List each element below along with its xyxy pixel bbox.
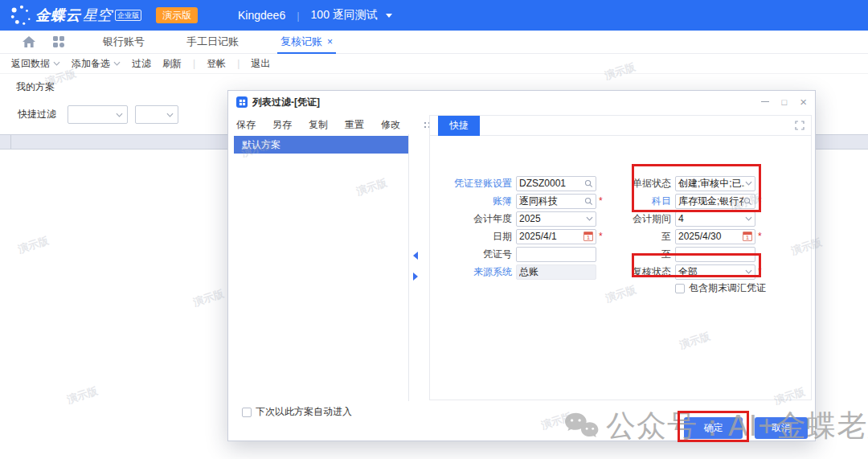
chevron-down-icon[interactable]: [745, 269, 752, 274]
menu-refresh[interactable]: 刷新: [162, 57, 182, 71]
tab-bank-account[interactable]: 银行账号: [100, 31, 148, 54]
quick-filter-row: 快捷过滤: [18, 105, 178, 124]
document-status-select[interactable]: 创建;审核中;已...: [675, 176, 755, 191]
quick-filter-select-2[interactable]: [135, 105, 178, 124]
field-value: DZSZ0001: [519, 178, 584, 189]
save-as-button[interactable]: 另存: [272, 118, 292, 132]
modify-button[interactable]: 修改: [381, 118, 400, 132]
checkbox-icon[interactable]: [242, 408, 252, 417]
chevron-down-icon[interactable]: [586, 216, 593, 221]
demo-watermark: 演示版: [191, 286, 226, 309]
chevron-down-icon[interactable]: [745, 216, 752, 221]
tab-quick-filter[interactable]: 快捷: [438, 116, 480, 136]
quick-filter-label: 快捷过滤: [18, 108, 56, 121]
form-row: 至: [595, 246, 804, 262]
app-grid-icon[interactable]: [53, 36, 64, 47]
brand-edition-badge: 企业版: [115, 10, 141, 21]
minimize-icon[interactable]: [761, 101, 769, 103]
search-icon[interactable]: [743, 197, 752, 206]
voucher-posting-setting-field[interactable]: DZSZ0001: [516, 176, 596, 191]
save-button[interactable]: 保存: [236, 118, 256, 132]
form-row: 凭证登账设置 DZSZ0001: [430, 175, 615, 191]
date-to-field[interactable]: 2025/4/30: [675, 229, 755, 244]
menu-label: 添加备选: [72, 57, 110, 71]
required-asterisk: *: [758, 195, 762, 207]
tab-manual-journal[interactable]: 手工日记账: [183, 31, 242, 54]
tab-label: 银行账号: [103, 35, 145, 47]
auto-enter-checkbox-row[interactable]: 下次以此方案自动进入: [242, 405, 352, 419]
menu-post[interactable]: 登帐: [207, 57, 226, 71]
voucher-no-field[interactable]: [516, 247, 596, 262]
account-subject-field[interactable]: 库存现金;银行存款: [675, 194, 755, 209]
menu-add-candidate[interactable]: 添加备选: [72, 57, 121, 71]
demo-version-badge[interactable]: 演示版: [156, 7, 198, 23]
tab-label: 手工日记账: [186, 35, 239, 47]
copy-button[interactable]: 复制: [309, 118, 328, 132]
account-book-field[interactable]: 逐同科技: [516, 194, 596, 209]
form-row: 科目 库存现金;银行存款 *: [595, 193, 804, 209]
close-icon[interactable]: ×: [800, 97, 807, 107]
field-value: 2025/4/1: [519, 231, 583, 242]
maximize-icon[interactable]: □: [782, 97, 788, 107]
search-icon[interactable]: [584, 179, 593, 188]
voucher-posting-setting-label[interactable]: 凭证登账设置: [430, 177, 516, 191]
field-value: 总账: [519, 265, 593, 279]
menu-label: 刷新: [162, 57, 182, 71]
include-revaluation-checkbox-row[interactable]: 包含期末调汇凭证: [675, 281, 766, 295]
chevron-down-icon: [113, 61, 121, 66]
account-book-label[interactable]: 账簿: [430, 195, 516, 208]
plan-item-default[interactable]: 默认方案: [234, 136, 408, 154]
splitter-collapse-left-icon[interactable]: [413, 252, 418, 260]
expand-fullscreen-icon[interactable]: [795, 121, 805, 130]
menu-label: 返回数据: [11, 57, 50, 71]
form-row: 账簿 逐同科技 *: [430, 193, 615, 209]
calendar-icon[interactable]: [583, 232, 593, 241]
home-icon[interactable]: [23, 36, 35, 47]
brand-main: 金蝶云: [35, 6, 81, 25]
accounting-period-select[interactable]: 4: [675, 211, 755, 227]
fiscal-year-select[interactable]: 2025: [516, 211, 596, 227]
ok-button[interactable]: 确定: [684, 417, 743, 439]
dialog-toolbar: 保存 另存 复制 重置 修改: [236, 115, 448, 134]
dialog-titlebar[interactable]: 列表过滤-[凭证] □ ×: [228, 91, 815, 113]
search-icon[interactable]: [584, 197, 593, 206]
menu-exit[interactable]: 退出: [251, 57, 270, 71]
tab-close-icon[interactable]: ×: [327, 36, 333, 47]
source-system-label[interactable]: 来源系统: [430, 265, 516, 279]
quick-filter-select-1[interactable]: [68, 105, 128, 124]
field-value: 逐同科技: [519, 195, 584, 208]
reset-button[interactable]: 重置: [345, 118, 364, 132]
menu-filter[interactable]: 过滤: [132, 57, 151, 71]
date-from-field[interactable]: 2025/4/1: [516, 229, 596, 244]
tab-review-posting[interactable]: 复核记账×: [277, 31, 336, 54]
field-value: 2025: [519, 213, 586, 224]
menu-label: 登帐: [207, 57, 226, 71]
form-row: 复核状态 全部 *: [595, 264, 804, 280]
header-separator: |: [297, 10, 299, 22]
chevron-down-icon[interactable]: [745, 181, 752, 186]
form-row: 日期 2025/4/1 *: [430, 228, 615, 244]
required-asterisk: *: [758, 231, 762, 242]
field-value: 全部: [678, 265, 745, 279]
background-grid-header: [0, 134, 227, 150]
cancel-button[interactable]: 取消: [755, 417, 808, 439]
review-status-select[interactable]: 全部: [675, 264, 755, 280]
org-selector[interactable]: 100 逐同测试: [311, 8, 378, 23]
my-plan-label: 我的方案: [16, 80, 55, 94]
plan-item-label: 默认方案: [242, 138, 280, 152]
checkbox-icon[interactable]: [675, 284, 685, 293]
review-status-label: 复核状态: [595, 265, 675, 279]
range-to-secondary-field[interactable]: [675, 247, 755, 262]
fiscal-year-label: 会计年度: [430, 212, 516, 226]
action-toolbar: 返回数据 添加备选 过滤 刷新 | 登帐 | 退出: [0, 54, 868, 74]
accounting-period-label: 会计期间: [595, 212, 675, 226]
form-row: 会计期间 4: [595, 211, 804, 227]
menu-return-data[interactable]: 返回数据: [11, 57, 60, 71]
splitter-expand-right-icon[interactable]: [413, 273, 418, 281]
calendar-icon[interactable]: [743, 232, 752, 241]
form-row: 凭证号: [430, 246, 615, 262]
org-caret-down-icon[interactable]: [386, 14, 392, 18]
filter-form-panel: 快捷 凭证登账设置 DZSZ0001 账簿 逐同科技: [429, 115, 812, 400]
source-system-field: 总账: [516, 264, 596, 280]
account-subject-label[interactable]: 科目: [595, 195, 675, 208]
